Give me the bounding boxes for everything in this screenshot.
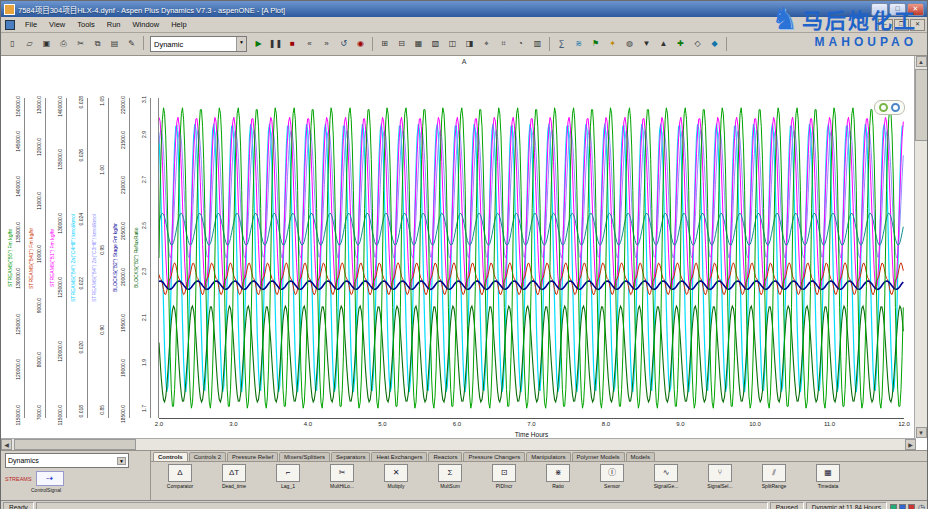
signalsel--icon[interactable]: ⑂ xyxy=(708,464,732,482)
tab-heat-exchangers[interactable]: Heat Exchangers xyxy=(371,452,427,461)
toolbar-button-icon[interactable]: ▧ xyxy=(427,36,444,53)
pidincr-icon[interactable]: ⊡ xyxy=(492,464,516,482)
plot-zoom-controls[interactable] xyxy=(874,100,905,115)
tab-pressure-relief[interactable]: Pressure Relief xyxy=(227,452,278,461)
toolbar-button-icon[interactable]: ◉ xyxy=(352,36,369,53)
sensor-icon[interactable]: Ⓘ xyxy=(600,464,624,482)
scroll-up-icon[interactable]: ▲ xyxy=(916,56,927,67)
toolbar-button-icon[interactable]: ✦ xyxy=(604,36,621,53)
multsum-icon[interactable]: Σ xyxy=(438,464,462,482)
palette-item-ratio[interactable]: ⋇Ratio xyxy=(531,464,585,489)
lag-1-icon[interactable]: ⌐ xyxy=(276,464,300,482)
palette-item-splitrange[interactable]: ⫽SplitRange xyxy=(747,464,801,489)
horizontal-scroll-thumb[interactable] xyxy=(14,439,136,450)
palette-item-label: SignalGe... xyxy=(639,483,693,489)
tab-models[interactable]: Models xyxy=(626,452,655,461)
dead-time-icon[interactable]: ΔT xyxy=(222,464,246,482)
tab-polymer-models[interactable]: Polymer Models xyxy=(572,452,625,461)
palette-item-timedata[interactable]: ▦Timedata xyxy=(801,464,855,489)
toolbar-button-icon[interactable]: ∑ xyxy=(553,36,570,53)
toolbar-button-icon[interactable]: ◍ xyxy=(621,36,638,53)
maximize-button[interactable]: □ xyxy=(889,3,906,16)
toolbar-button-icon[interactable]: ◔ xyxy=(512,36,529,53)
scroll-right-icon[interactable]: ▶ xyxy=(905,439,916,450)
tab-manipulators[interactable]: Manipulators xyxy=(526,452,570,461)
comparator-icon[interactable]: Δ xyxy=(168,464,192,482)
menu-tools[interactable]: Tools xyxy=(71,19,101,30)
toolbar-button-icon[interactable]: ▣ xyxy=(38,36,55,53)
palette-item-lag-1[interactable]: ⌐Lag_1 xyxy=(261,464,315,489)
tab-controls[interactable]: Controls xyxy=(153,452,188,461)
toolbar-button-icon[interactable]: ⌗ xyxy=(495,36,512,53)
menu-window[interactable]: Window xyxy=(127,19,166,30)
minimize-button[interactable]: _ xyxy=(871,3,888,16)
palette-item-comparator[interactable]: ΔComparator xyxy=(153,464,207,489)
child-close-button[interactable]: ✕ xyxy=(910,19,925,31)
toolbar-button-icon[interactable]: ■ xyxy=(284,36,301,53)
palette-item-signalge-[interactable]: ∿SignalGe... xyxy=(639,464,693,489)
toolbar-button-icon[interactable]: ◆ xyxy=(706,36,723,53)
toolbar-button-icon[interactable]: » xyxy=(318,36,335,53)
menu-file[interactable]: File xyxy=(19,19,43,30)
child-minimize-button[interactable]: − xyxy=(878,19,893,31)
toolbar-button-icon[interactable]: ❚❚ xyxy=(267,36,284,53)
toolbar-button-icon[interactable]: ✂ xyxy=(72,36,89,53)
signalge--icon[interactable]: ∿ xyxy=(654,464,678,482)
toolbar-button-icon[interactable]: ▦ xyxy=(410,36,427,53)
toolbar-button-icon[interactable]: ≋ xyxy=(570,36,587,53)
menu-view[interactable]: View xyxy=(43,19,71,30)
ratio-icon[interactable]: ⋇ xyxy=(546,464,570,482)
scroll-left-icon[interactable]: ◀ xyxy=(1,439,12,450)
toolbar-button-icon[interactable]: ▲ xyxy=(655,36,672,53)
toolbar-button-icon[interactable]: ▤ xyxy=(106,36,123,53)
pause-gauge-icon[interactable] xyxy=(891,103,900,112)
toolbar-button-icon[interactable]: ⧉ xyxy=(89,36,106,53)
palette-item-sensor[interactable]: ⒾSensor xyxy=(585,464,639,489)
toolbar-button-icon[interactable]: ◨ xyxy=(461,36,478,53)
plot-canvas[interactable] xyxy=(1,56,916,438)
toolbar-button-icon[interactable]: ⎙ xyxy=(55,36,72,53)
toolbar-button-icon[interactable]: ⊞ xyxy=(376,36,393,53)
tab-controls-2[interactable]: Controls 2 xyxy=(189,452,226,461)
palette-item-multhilo-[interactable]: ✂MultHiLo... xyxy=(315,464,369,489)
tab-reactors[interactable]: Reactors xyxy=(428,452,462,461)
toolbar-button-icon[interactable]: ◫ xyxy=(444,36,461,53)
toolbar-button-icon[interactable]: ▱ xyxy=(21,36,38,53)
library-select[interactable]: Dynamics ▼ xyxy=(5,453,129,468)
toolbar-button-icon[interactable]: ⌖ xyxy=(478,36,495,53)
toolbar-button-icon[interactable]: ⊟ xyxy=(393,36,410,53)
horizontal-scrollbar[interactable]: ◀ ▶ xyxy=(1,438,916,450)
tab-pressure-changers[interactable]: Pressure Changers xyxy=(463,452,525,461)
toolbar-button-icon[interactable]: « xyxy=(301,36,318,53)
palette-item-dead-time[interactable]: ΔTDead_time xyxy=(207,464,261,489)
timedata-icon[interactable]: ▦ xyxy=(816,464,840,482)
multiply-icon[interactable]: ✕ xyxy=(384,464,408,482)
toolbar-button-icon[interactable]: ▯ xyxy=(4,36,21,53)
menu-help[interactable]: Help xyxy=(165,19,192,30)
palette-item-signalsel-[interactable]: ⑂SignalSel... xyxy=(693,464,747,489)
toolbar-button-icon[interactable]: ▶ xyxy=(250,36,267,53)
control-signal-icon[interactable]: ⇢ xyxy=(36,471,64,486)
scroll-down-icon[interactable]: ▼ xyxy=(916,427,927,438)
child-restore-button[interactable]: ❐ xyxy=(894,19,909,31)
toolbar-button-icon[interactable]: ▥ xyxy=(529,36,546,53)
palette-item-multiply[interactable]: ✕Multiply xyxy=(369,464,423,489)
run-gauge-icon[interactable] xyxy=(879,103,888,112)
toolbar-button-icon[interactable]: ▼ xyxy=(638,36,655,53)
tab-separators[interactable]: Separators xyxy=(331,452,370,461)
toolbar-button-icon[interactable]: ↺ xyxy=(335,36,352,53)
palette-item-pidincr[interactable]: ⊡PIDIncr xyxy=(477,464,531,489)
palette-item-multsum[interactable]: ΣMultSum xyxy=(423,464,477,489)
multhilo--icon[interactable]: ✂ xyxy=(330,464,354,482)
vertical-scroll-thumb[interactable] xyxy=(915,69,928,141)
vertical-scrollbar[interactable]: ▲ ▼ xyxy=(914,56,927,438)
toolbar-button-icon[interactable]: ◇ xyxy=(689,36,706,53)
splitrange-icon[interactable]: ⫽ xyxy=(762,464,786,482)
toolbar-button-icon[interactable]: ⚑ xyxy=(587,36,604,53)
close-button[interactable]: ✕ xyxy=(907,3,924,16)
mode-select[interactable]: Dynamic ▼ xyxy=(150,36,247,52)
toolbar-button-icon[interactable]: ✎ xyxy=(123,36,140,53)
toolbar-button-icon[interactable]: ✚ xyxy=(672,36,689,53)
menu-run[interactable]: Run xyxy=(101,19,127,30)
tab-mixers-splitters[interactable]: Mixers/Splitters xyxy=(279,452,330,461)
